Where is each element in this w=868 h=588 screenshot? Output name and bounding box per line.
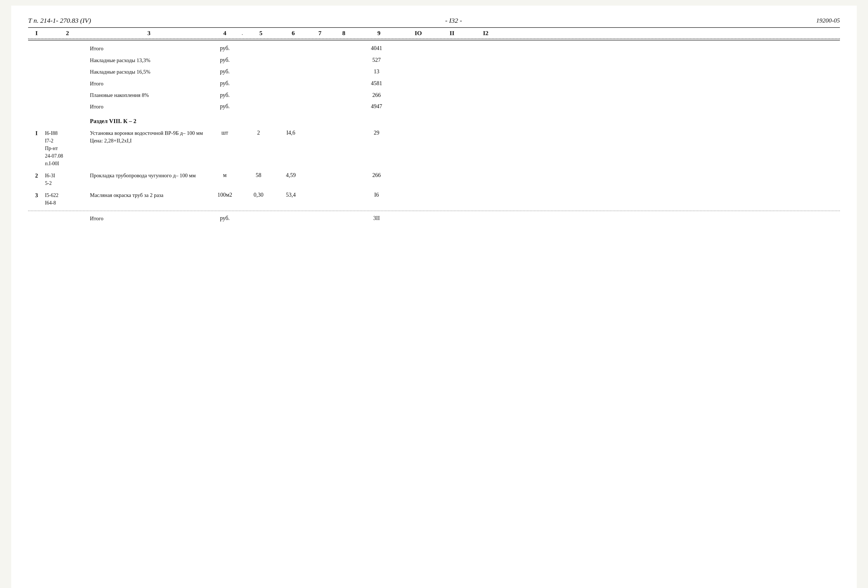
col-header-2: 2 — [45, 29, 90, 37]
row1-code: I6-I88I7-2Пр-нт24-07.08п.I-00I — [45, 130, 90, 167]
row3-num: 3 — [28, 192, 45, 199]
col-header-6: 6 — [278, 29, 309, 37]
row-itogo-final-desc: Итого — [90, 215, 208, 222]
table-row: 2 I6-3I5-2 Прокладка трубопровода чугунн… — [28, 170, 840, 189]
row-itogo-3-val: 4947 — [354, 103, 399, 109]
row3-unit: 100м2 — [208, 192, 242, 198]
row2-desc: Прокладка трубопровода чугунного д– 100 … — [90, 172, 208, 180]
row-itogo-2-unit: руб. — [208, 80, 242, 87]
row-itogo-1: Итого руб. 4041 — [28, 43, 840, 55]
row-naklad-2-val: 13 — [354, 68, 399, 75]
row-plan-val: 266 — [354, 92, 399, 98]
row-itogo-final-unit: руб. — [208, 215, 242, 221]
row-naklad-1: Накладные расходы 13,3% руб. 527 — [28, 55, 840, 66]
row3-code: I5-622I64-8 — [45, 192, 90, 207]
row-itogo-1-desc: Итого — [90, 45, 208, 52]
title-center: - I32 - — [445, 17, 462, 24]
row-plan: Плановые накопления 8% руб. 266 — [28, 90, 840, 101]
col-header-9: 9 — [357, 29, 402, 37]
row2-price: 4,59 — [275, 172, 306, 178]
title-left: Т п. 214-1- 270.83 (IV) — [28, 17, 91, 24]
row1-qty: 2 — [242, 130, 275, 136]
row-itogo-2-desc: Итого — [90, 80, 208, 87]
row2-unit: м — [208, 172, 242, 178]
col-header-1: I — [28, 29, 45, 37]
row-plan-desc: Плановые накопления 8% — [90, 92, 208, 99]
col-header-11: II — [435, 29, 469, 37]
row-itogo-2: Итого руб. 4581 — [28, 78, 840, 90]
row3-qty: 0,30 — [242, 192, 275, 198]
row2-total: 266 — [354, 172, 399, 178]
col-header-8: 8 — [331, 29, 357, 37]
page-header: Т п. 214-1- 270.83 (IV) - I32 - 19200-05 — [28, 17, 840, 24]
row3-price: 53,4 — [275, 192, 306, 198]
row-plan-unit: руб. — [208, 92, 242, 98]
row-itogo-3-unit: руб. — [208, 103, 242, 109]
row1-price: I4,6 — [275, 130, 306, 136]
row1-num: I — [28, 130, 45, 137]
row-itogo-1-val: 4041 — [354, 45, 399, 52]
col-header-12: I2 — [469, 29, 503, 37]
row1-unit: шт — [208, 130, 242, 136]
row-naklad-2-unit: руб. — [208, 68, 242, 75]
row-itogo-final-val: 3II — [354, 215, 399, 221]
title-right: 19200-05 — [816, 17, 840, 24]
column-header-row: I 2 3 4 . 5 6 7 8 9 IO II I2 — [28, 27, 840, 39]
main-table: I 2 3 4 . 5 6 7 8 9 IO II I2 Итого руб. — [28, 27, 840, 224]
row-naklad-1-desc: Накладные расходы 13,3% — [90, 57, 208, 64]
row-naklad-1-val: 527 — [354, 57, 399, 63]
row-itogo-3: Итого руб. 4947 — [28, 101, 840, 113]
row2-code: I6-3I5-2 — [45, 172, 90, 187]
row-itogo-2-val: 4581 — [354, 80, 399, 87]
row-naklad-2: Накладные расходы 16,5% руб. 13 — [28, 66, 840, 78]
row-itogo-1-unit: руб. — [208, 45, 242, 52]
row-naklad-1-unit: руб. — [208, 57, 242, 63]
page: Т п. 214-1- 270.83 (IV) - I32 - 19200-05… — [11, 6, 857, 588]
section-label: Раздел VIII. К – 2 — [90, 117, 208, 125]
table-row: I I6-I88I7-2Пр-нт24-07.08п.I-00I Установ… — [28, 127, 840, 170]
col-header-3: 3 — [90, 29, 208, 37]
col-header-7: 7 — [309, 29, 331, 37]
col-header-4: 4 — [208, 29, 242, 37]
row3-total: I6 — [354, 192, 399, 198]
col-header-10: IO — [402, 29, 435, 37]
row3-desc: Масляная окраска труб за 2 раза — [90, 192, 208, 199]
row1-desc: Установка воронки водосточной ВР-9Б д– 1… — [90, 130, 208, 144]
row1-total: 29 — [354, 130, 399, 136]
section-header-row: Раздел VIII. К – 2 — [28, 113, 840, 127]
col-header-5: 5 — [244, 29, 278, 37]
row-itogo-3-desc: Итого — [90, 103, 208, 111]
row-naklad-2-desc: Накладные расходы 16,5% — [90, 68, 208, 75]
row2-num: 2 — [28, 172, 45, 179]
row-itogo-final: Итого руб. 3II — [28, 213, 840, 224]
table-row: 3 I5-622I64-8 Масляная окраска труб за 2… — [28, 189, 840, 209]
row2-qty: 58 — [242, 172, 275, 178]
